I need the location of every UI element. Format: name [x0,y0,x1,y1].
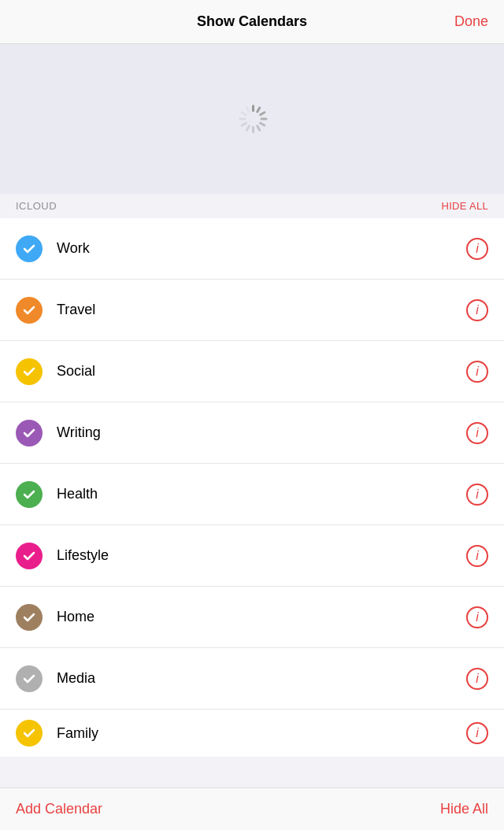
page-title: Show Calendars [197,13,307,30]
calendar-name: Writing [57,424,466,441]
calendar-checkbox[interactable] [16,720,43,747]
calendar-item[interactable]: Familyi [0,710,504,757]
section-label: ICLOUD [16,200,57,212]
done-button[interactable]: Done [454,13,488,30]
calendar-info-button[interactable]: i [466,545,488,567]
calendar-name: Travel [57,302,466,318]
navigation-header: Show Calendars Done [0,0,504,44]
calendar-name: Work [57,240,466,257]
hide-all-section-button[interactable]: HIDE ALL [442,200,489,212]
loading-section [0,44,504,194]
footer-bar: Add Calendar Hide All [0,787,504,830]
calendar-name: Media [57,670,466,687]
icloud-section-header: ICLOUD HIDE ALL [0,194,504,218]
calendar-item[interactable]: Worki [0,218,504,280]
calendar-item[interactable]: Homei [0,587,504,648]
calendar-name: Family [57,725,466,742]
calendar-name: Social [57,363,466,380]
calendar-list: Worki Traveli Sociali Writingi Healthi L… [0,218,504,757]
calendar-item[interactable]: Sociali [0,341,504,402]
calendar-checkbox[interactable] [16,297,43,324]
calendar-info-button[interactable]: i [466,722,488,744]
loading-spinner [238,105,266,133]
calendar-item[interactable]: Healthi [0,464,504,525]
calendar-name: Home [57,609,466,625]
calendar-checkbox[interactable] [16,543,43,569]
add-calendar-button[interactable]: Add Calendar [16,801,102,817]
calendar-item[interactable]: Mediai [0,648,504,710]
calendar-item[interactable]: Traveli [0,280,504,341]
calendar-name: Health [57,486,466,502]
calendar-checkbox[interactable] [16,235,43,262]
calendar-name: Lifestyle [57,547,466,564]
calendar-info-button[interactable]: i [466,606,488,628]
calendar-checkbox[interactable] [16,665,43,692]
calendar-item[interactable]: Lifestylei [0,525,504,587]
calendar-info-button[interactable]: i [466,361,488,383]
calendar-checkbox[interactable] [16,358,43,385]
calendar-checkbox[interactable] [16,481,43,508]
calendar-checkbox[interactable] [16,420,43,446]
calendar-item[interactable]: Writingi [0,402,504,464]
calendar-info-button[interactable]: i [466,238,488,260]
calendar-info-button[interactable]: i [466,422,488,444]
calendar-info-button[interactable]: i [466,668,488,690]
calendar-info-button[interactable]: i [466,484,488,506]
calendar-info-button[interactable]: i [466,299,488,321]
hide-all-footer-button[interactable]: Hide All [440,801,488,817]
calendar-checkbox[interactable] [16,604,43,631]
